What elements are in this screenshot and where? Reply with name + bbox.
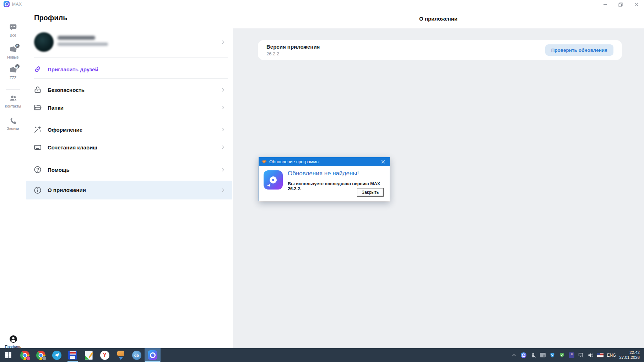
dialog-title: Обновление программы [269, 159, 375, 164]
chat-bubble-icon [9, 23, 17, 32]
link-icon [33, 65, 42, 73]
chevron-right-icon [221, 127, 226, 132]
taskbar-telegram[interactable] [49, 348, 65, 362]
max-app-icon [264, 170, 283, 190]
taskbar-yandex-browser[interactable]: Y [97, 348, 113, 362]
folder-icon: 2 [9, 45, 17, 54]
window-titlebar: MAX [0, 0, 644, 9]
menu-label: Безопасность [48, 87, 85, 93]
divider [34, 118, 228, 118]
update-dialog: Обновление программы Обновления не найде… [259, 157, 390, 201]
shield-green-icon[interactable] [559, 352, 565, 358]
capture-device-icon[interactable] [540, 352, 546, 358]
menu-label: Пригласить друзей [48, 66, 98, 72]
taskbar-qbittorrent[interactable]: qb [129, 348, 145, 362]
max-logo-icon [4, 1, 10, 7]
chevron-right-icon [221, 188, 226, 193]
hidden-icons-chevron[interactable] [511, 352, 517, 358]
tray-clock[interactable]: 22:42 27.01.2026 [619, 350, 641, 360]
sidebar-label: Все [10, 33, 16, 37]
menu-item-help[interactable]: Помощь [26, 161, 232, 179]
sidebar-item-profile[interactable]: Профиль [0, 335, 26, 349]
menu-item-security[interactable]: Безопасность [26, 81, 232, 99]
profile-card[interactable] [26, 27, 232, 58]
taskbar-floppy-app[interactable] [65, 348, 81, 362]
blurred-name [58, 36, 95, 40]
shield-blue-icon[interactable] [549, 352, 556, 358]
network-icon[interactable] [578, 352, 584, 358]
volume-icon[interactable] [588, 352, 594, 358]
menu-label: О приложении [48, 187, 86, 193]
nav-sidebar: Все 2 Новые 2 ZZZ Контакты Звонки Профил… [0, 9, 26, 348]
sidebar-item-calls[interactable]: Звонки [0, 116, 26, 131]
chevron-right-icon [221, 145, 226, 150]
max-app-icon [148, 350, 157, 360]
usb-device-icon[interactable] [530, 352, 536, 358]
menu-item-shortcuts[interactable]: Сочетания клавиш [26, 138, 232, 156]
menu-item-about[interactable]: О приложении [26, 181, 232, 199]
folder-icon: 2 [9, 66, 17, 74]
close-icon [381, 160, 385, 164]
dialog-close-button[interactable] [378, 157, 388, 166]
taskbar-chrome-2[interactable] [33, 348, 49, 362]
sidebar-item-zzz[interactable]: 2 ZZZ [0, 66, 26, 80]
system-tray: ” ENG 22:42 27.01.2026 [511, 350, 644, 360]
profile-icon [9, 335, 17, 343]
yandex-icon: Y [100, 351, 109, 360]
version-card: Версия приложения 26.2.2 Проверить обнов… [258, 40, 622, 60]
menu-label: Помощь [48, 167, 70, 173]
start-button[interactable] [0, 348, 17, 362]
dialog-close-action-button[interactable]: Закрыть [357, 188, 384, 197]
sidebar-label: ZZZ [10, 76, 16, 80]
magic-wand-icon [33, 125, 42, 134]
menu-item-appearance[interactable]: Оформление [26, 121, 232, 138]
tray-time: 22:42 [619, 350, 640, 355]
sidebar-label: Контакты [5, 104, 21, 108]
dialog-heading: Обновления не найдены! [288, 170, 359, 177]
chrome-icon [36, 351, 45, 360]
sidebar-label: Новые [7, 55, 18, 59]
taskbar-chrome-1[interactable] [17, 348, 33, 362]
avatar [34, 32, 54, 52]
main-header: О приложении [233, 9, 644, 28]
taskbar-text-editor[interactable] [81, 348, 97, 362]
dialog-titlebar[interactable]: Обновление программы [259, 157, 390, 166]
language-indicator[interactable]: ENG [607, 353, 616, 358]
notepad-icon [85, 351, 93, 360]
chrome-icon [20, 351, 29, 360]
divider [34, 57, 228, 58]
taskbar-max-messenger[interactable] [145, 348, 161, 362]
restore-button[interactable] [613, 0, 628, 9]
check-updates-button[interactable]: Проверить обновления [545, 44, 613, 56]
chevron-right-icon [221, 87, 226, 92]
menu-label: Оформление [48, 127, 82, 133]
menu-label: Папки [48, 105, 64, 111]
taskbar-downloader-app[interactable] [113, 348, 129, 362]
sidebar-item-contacts[interactable]: Контакты [0, 94, 26, 108]
sidebar-item-new[interactable]: 2 Новые [0, 45, 26, 59]
main-header-title: О приложении [419, 16, 458, 22]
page-title: Профиль [34, 14, 67, 22]
telegram-icon [52, 351, 61, 360]
quotes-app-icon[interactable]: ” [568, 352, 575, 358]
max-tray-icon[interactable] [520, 352, 527, 358]
profile-panel: Профиль Пригласить друзей Безопасность П… [26, 9, 232, 348]
sidebar-item-all-chats[interactable]: Все [0, 23, 26, 37]
menu-label: Сочетания клавиш [48, 144, 97, 150]
info-icon [33, 186, 42, 194]
invite-friends-item[interactable]: Пригласить друзей [26, 60, 232, 78]
chevron-right-icon [221, 40, 226, 45]
unread-badge: 2 [15, 43, 20, 49]
windows-logo-icon [5, 352, 11, 358]
minimize-button[interactable] [597, 0, 613, 9]
menu-item-folders[interactable]: Папки [26, 99, 232, 116]
version-value: 26.2.2 [266, 51, 320, 56]
restore-icon [618, 2, 623, 7]
language-flag-icon [597, 352, 604, 358]
close-button[interactable] [628, 0, 644, 9]
lock-icon [33, 86, 42, 94]
version-title: Версия приложения [266, 44, 320, 50]
phone-icon [9, 116, 17, 125]
qbittorrent-icon: qb [132, 351, 141, 360]
help-icon [33, 165, 42, 174]
